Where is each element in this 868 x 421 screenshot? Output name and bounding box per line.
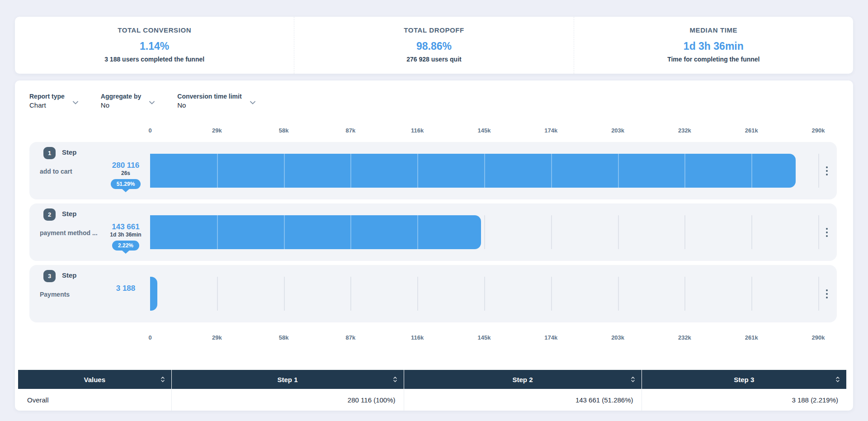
gridline	[417, 277, 418, 311]
stat-value: 98.86%	[294, 38, 573, 54]
axis-tick-label: 116k	[411, 127, 424, 134]
gridline	[818, 277, 819, 311]
step-value: 143 661	[94, 222, 157, 232]
axis-tick-label: 261k	[745, 334, 758, 341]
stat-subtitle: 3 188 users completed the funnel	[15, 54, 294, 64]
axis-tick-label: 116k	[411, 334, 424, 341]
x-axis-bottom: 029k58k87k116k145k174k203k232k261k290k	[29, 326, 837, 348]
axis-tick-label: 203k	[611, 127, 624, 134]
step-menu-button[interactable]	[821, 284, 833, 304]
stat-total-conversion: TOTAL CONVERSION 1.14% 3 188 users compl…	[15, 17, 294, 74]
chevron-down-icon	[73, 101, 78, 104]
bar-gridline	[417, 154, 418, 188]
axis-tick-label: 87k	[346, 127, 356, 134]
table-header-row: ValuesStep 1Step 2Step 3	[18, 370, 846, 389]
filter-label: Aggregate by	[101, 92, 141, 100]
bar-gridline	[618, 154, 619, 188]
stat-title: MEDIAN TIME	[574, 25, 853, 36]
axis-tick-label: 58k	[279, 127, 289, 134]
table-row: Overall280 116 (100%)143 661 (51.286%)3 …	[18, 389, 846, 411]
filter-label: Conversion time limit	[177, 92, 241, 100]
axis-tick-label: 29k	[212, 334, 222, 341]
bar-gridline	[684, 154, 685, 188]
step-menu-button[interactable]	[821, 161, 833, 181]
bar-gridline	[217, 154, 218, 188]
step-label: Step	[62, 148, 77, 156]
gridline	[551, 215, 552, 249]
filter-label: Report type	[29, 92, 65, 100]
table-header-label: Step 3	[734, 376, 754, 383]
axis-tick-label: 203k	[611, 334, 624, 341]
kebab-menu-icon	[826, 166, 828, 168]
table-header-label: Step 1	[277, 376, 297, 383]
step-number-badge: 3	[43, 270, 56, 282]
stat-title: TOTAL CONVERSION	[15, 25, 294, 36]
step-value: 3 188	[94, 284, 157, 293]
gridline	[618, 277, 619, 311]
stat-value: 1.14%	[15, 38, 294, 54]
stat-subtitle: 276 928 users quit	[294, 54, 573, 64]
table-header-step-2[interactable]: Step 2	[404, 370, 642, 389]
gridline	[618, 215, 619, 249]
sort-icon	[631, 376, 635, 383]
axis-tick-label: 145k	[478, 334, 491, 341]
report-filters: Report type Chart Aggregate by No Conver…	[15, 80, 853, 122]
filter-value: No	[101, 100, 141, 110]
axis-tick-label: 87k	[346, 334, 356, 341]
sort-icon	[393, 376, 397, 383]
aggregate-by-dropdown[interactable]: Aggregate by No	[101, 92, 155, 110]
funnel-chart: 029k58k87k116k145k174k203k232k261k290k 1…	[29, 122, 837, 348]
funnel-bar[interactable]	[150, 215, 481, 249]
gridline	[484, 215, 485, 249]
gridline	[684, 215, 685, 249]
bar-gridline	[484, 154, 485, 188]
stat-subtitle: Time for completing the funnel	[574, 54, 853, 64]
chevron-down-icon	[250, 101, 255, 104]
conversion-rate-badge: 2.22%	[112, 241, 139, 251]
conversion-rate-badge: 51.29%	[111, 179, 141, 189]
table-cell: 280 116 (100%)	[171, 389, 404, 411]
funnel-bar[interactable]	[150, 154, 796, 188]
table-cell: 143 661 (51.286%)	[404, 389, 642, 411]
step-median-time: 26s	[94, 170, 157, 177]
table-header-values[interactable]: Values	[18, 370, 171, 389]
axis-tick-label: 145k	[478, 127, 491, 134]
gridline	[751, 277, 752, 311]
gridline	[350, 277, 351, 311]
step-menu-button[interactable]	[821, 222, 833, 242]
step-value: 280 116	[94, 161, 157, 170]
conversion-time-limit-dropdown[interactable]: Conversion time limit No	[177, 92, 255, 110]
table-cell: Overall	[18, 389, 171, 411]
step-value-stack: 3 188	[94, 284, 157, 293]
stat-total-dropoff: TOTAL DROPOFF 98.86% 276 928 users quit	[294, 17, 573, 74]
funnel-step-row: 1Stepadd to cart280 11626s51.29%	[29, 142, 837, 199]
gridline	[217, 277, 218, 311]
axis-tick-label: 174k	[544, 334, 557, 341]
step-value-stack: 143 6611d 3h 36min2.22%	[94, 222, 157, 251]
funnel-values-table: ValuesStep 1Step 2Step 3 Overall280 116 …	[18, 370, 846, 411]
table-body: Overall280 116 (100%)143 661 (51.286%)3 …	[18, 389, 846, 411]
axis-tick-label: 58k	[279, 334, 289, 341]
report-type-dropdown[interactable]: Report type Chart	[29, 92, 78, 110]
sort-icon	[160, 376, 165, 383]
axis-tick-label: 290k	[812, 127, 825, 134]
gridline	[751, 215, 752, 249]
funnel-step-row: 2Steppayment method ...143 6611d 3h 36mi…	[29, 203, 837, 261]
table-header-step-3[interactable]: Step 3	[642, 370, 846, 389]
step-number-badge: 2	[43, 208, 56, 221]
bar-gridline	[551, 154, 552, 188]
axis-tick-label: 0	[148, 334, 151, 341]
axis-tick-label: 174k	[544, 127, 557, 134]
stat-median-time: MEDIAN TIME 1d 3h 36min Time for complet…	[574, 17, 853, 74]
funnel-bar[interactable]	[150, 277, 157, 311]
stat-value: 1d 3h 36min	[574, 38, 853, 54]
axis-tick-label: 290k	[812, 334, 825, 341]
x-axis-top: 029k58k87k116k145k174k203k232k261k290k	[29, 122, 837, 138]
bar-gridline	[350, 154, 351, 188]
filter-value: No	[177, 100, 241, 110]
kebab-menu-icon	[826, 228, 828, 230]
axis-tick-label: 261k	[745, 127, 758, 134]
table-header-step-1[interactable]: Step 1	[171, 370, 404, 389]
table-header-label: Values	[84, 376, 105, 383]
gridline	[551, 277, 552, 311]
